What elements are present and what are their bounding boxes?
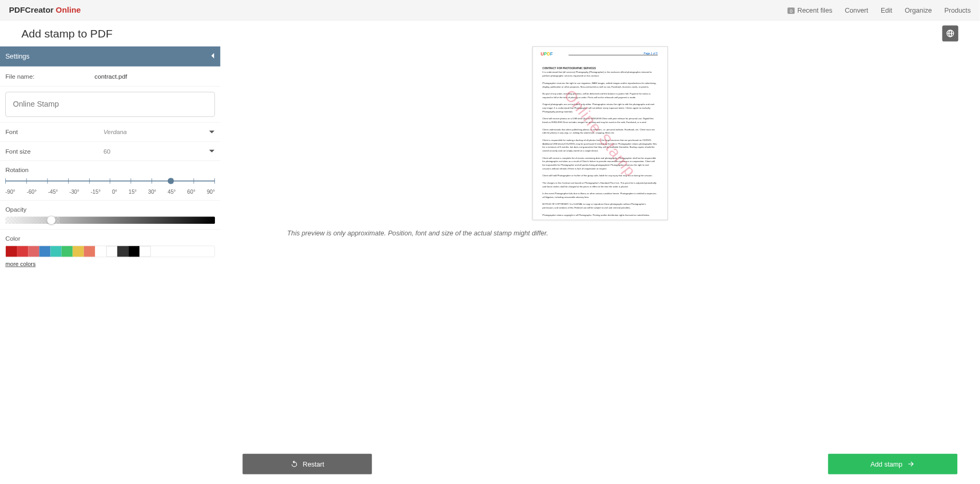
language-button[interactable] [942,25,958,41]
file-name-value: contract.pdf [95,73,127,80]
arrow-right-icon [907,460,915,468]
opacity-slider[interactable] [5,216,215,224]
color-swatch[interactable] [139,246,150,257]
chevron-down-icon [209,148,215,155]
restart-icon [290,460,298,468]
file-name-label: File name: [5,73,95,80]
font-size-dropdown[interactable]: Font size 60 [0,141,220,160]
brand-logo[interactable]: PDFCreator Online [9,5,81,15]
settings-title: Settings [5,53,30,60]
doc-logo: UPDF [541,51,553,56]
color-swatch[interactable] [73,246,84,257]
rotation-slider-thumb[interactable] [167,178,174,184]
doc-page-indicator: Page 1 of 5 [644,52,657,55]
add-stamp-button[interactable]: Add stamp [828,454,957,474]
color-swatch[interactable] [84,246,95,257]
page-title: Add stamp to PDF [22,27,112,40]
color-swatch[interactable] [128,246,139,257]
nav-organize[interactable]: Organize [904,6,931,14]
more-colors-link[interactable]: more colors [5,261,35,268]
color-swatch[interactable] [106,246,117,257]
nav-edit[interactable]: Edit [881,6,892,14]
restart-button[interactable]: Restart [242,454,372,474]
opacity-label: Opacity [5,206,215,213]
color-swatch[interactable] [39,246,50,257]
globe-icon [946,29,955,38]
color-swatch[interactable] [117,246,128,257]
chevron-left-icon [211,53,215,59]
recent-count-badge: 0 [787,7,795,14]
color-swatch[interactable] [28,246,39,257]
rotation-label: Rotation [5,166,215,174]
color-swatch[interactable] [6,246,17,257]
settings-panel: Settings File name: contract.pdf Font Ve… [0,46,220,484]
color-swatches [5,245,215,257]
color-swatch[interactable] [50,246,61,257]
pdf-preview: UPDF Page 1 of 5 CONTRACT FOR PHOTOGRAPH… [532,46,668,220]
color-swatch[interactable] [17,246,28,257]
nav-convert[interactable]: Convert [845,6,868,14]
rotation-tick-labels: -90°-60°-45°-30°-15°0°15°30°45°60°90° [5,188,215,195]
chevron-down-icon [209,128,215,136]
color-label: Color [5,235,215,242]
opacity-slider-thumb[interactable] [47,216,56,225]
font-dropdown[interactable]: Font Verdana [0,122,220,141]
preview-disclaimer: This preview is only approximate. Positi… [287,229,957,236]
color-swatch[interactable] [62,246,73,257]
stamp-text-input[interactable] [5,92,215,117]
rotation-slider[interactable] [5,177,215,189]
nav-products[interactable]: Products [944,6,970,14]
collapse-panel-button[interactable] [211,53,215,60]
nav-recent-files[interactable]: 0Recent files [787,6,832,14]
